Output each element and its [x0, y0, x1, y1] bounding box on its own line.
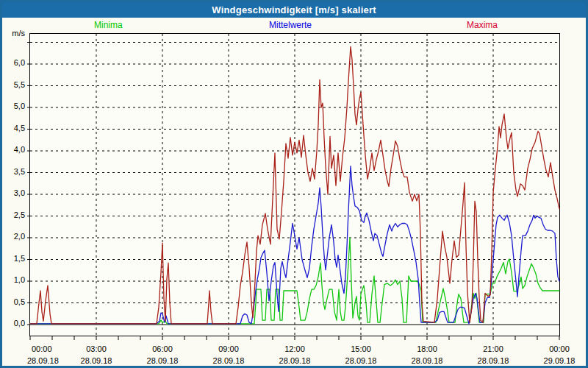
y-tick-label: 1,0 — [2, 275, 25, 284]
y-tick-label: 5,5 — [2, 80, 25, 89]
x-tick-time-label: 03:00 — [86, 344, 107, 353]
y-tick-label: 0,0 — [2, 319, 25, 328]
x-tick-date-label: 28.09.18 — [213, 356, 245, 365]
x-tick-time-label: 00:00 — [549, 344, 570, 353]
x-tick-date-label: 28.09.18 — [27, 356, 59, 365]
y-tick-label: 2,0 — [2, 232, 25, 241]
y-tick-label: 5,0 — [2, 102, 25, 110]
title-bar: Windgeschwindigkeit [m/s] skaliert — [2, 2, 586, 18]
x-tick-time-label: 21:00 — [483, 344, 503, 353]
plot-area — [29, 33, 560, 336]
legend-mittelwerte: Mittelwerte — [269, 20, 312, 30]
y-tick-label: 3,0 — [2, 188, 25, 197]
y-tick-label: 2,5 — [2, 210, 25, 219]
chart-window: Windgeschwindigkeit [m/s] skaliert Minim… — [0, 0, 588, 368]
x-tick-date-label: 28.09.18 — [81, 356, 112, 365]
x-tick-date-label: 28.09.18 — [412, 356, 443, 365]
x-tick-date-label: 28.09.18 — [147, 356, 179, 365]
legend-minima: Minima — [94, 20, 123, 30]
x-tick-date-label: 28.09.18 — [345, 356, 377, 365]
y-axis-unit-label: m/s — [2, 29, 25, 38]
x-tick-time-label: 12:00 — [284, 344, 305, 353]
y-tick-label: 4,0 — [2, 145, 25, 154]
y-tick-label: 1,5 — [2, 254, 25, 263]
y-tick-label: 6,0 — [2, 58, 25, 67]
x-tick-time-label: 15:00 — [351, 344, 371, 353]
x-tick-date-label: 28.09.18 — [279, 356, 311, 365]
y-tick-label: 3,5 — [2, 167, 25, 176]
y-tick-label: 4,5 — [2, 124, 25, 132]
y-tick-label: 0,5 — [2, 297, 25, 306]
chart-title: Windgeschwindigkeit [m/s] skaliert — [212, 4, 376, 15]
chart-canvas — [30, 34, 559, 336]
x-tick-time-label: 09:00 — [218, 344, 239, 353]
x-tick-time-label: 06:00 — [152, 344, 173, 353]
x-tick-date-label: 28.09.18 — [478, 356, 509, 365]
legend-maxima: Maxima — [467, 20, 498, 30]
x-tick-time-label: 18:00 — [417, 344, 437, 353]
x-tick-time-label: 00:00 — [32, 344, 52, 353]
x-tick-date-label: 29.09.18 — [544, 356, 576, 365]
